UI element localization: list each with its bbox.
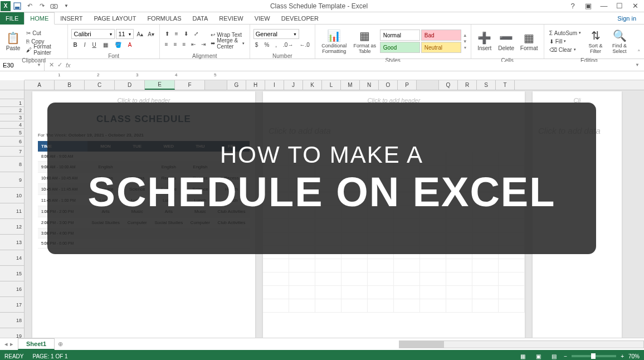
grid-cell[interactable]: [394, 286, 420, 299]
row-header-4[interactable]: 4: [0, 121, 24, 129]
tab-data[interactable]: DATA: [187, 12, 214, 25]
zoom-out-button[interactable]: −: [564, 353, 567, 359]
col-header-B[interactable]: B: [55, 80, 85, 90]
increase-indent-icon[interactable]: ⇥: [199, 40, 207, 48]
fx-icon[interactable]: fx: [66, 62, 71, 69]
grid-cell[interactable]: [420, 286, 446, 299]
col-header-S[interactable]: S: [477, 80, 496, 90]
col-header-O[interactable]: O: [379, 80, 398, 90]
grid-cell[interactable]: [315, 273, 341, 286]
increase-font-icon[interactable]: A▴: [135, 30, 145, 38]
grid-cell[interactable]: [341, 259, 368, 273]
expand-formula-icon[interactable]: ▼: [631, 62, 644, 67]
font-color-button[interactable]: A: [126, 41, 134, 49]
currency-icon[interactable]: $: [253, 41, 260, 49]
row-header-6[interactable]: 6: [0, 137, 24, 147]
insert-cells-button[interactable]: ➕Insert: [475, 26, 495, 57]
maximize-button[interactable]: ☐: [613, 1, 626, 12]
styles-more-icon[interactable]: ▾: [464, 45, 466, 50]
autosum-button[interactable]: ΣAutoSum▾: [548, 29, 583, 37]
help-button[interactable]: ?: [566, 1, 579, 12]
row-header-2[interactable]: 2: [0, 107, 24, 114]
view-page-layout-icon[interactable]: ▣: [533, 352, 544, 360]
grid-cell[interactable]: [368, 286, 394, 299]
row-header-5[interactable]: 5: [0, 129, 24, 137]
grid-cell[interactable]: [472, 286, 499, 299]
view-page-break-icon[interactable]: ▤: [548, 352, 559, 360]
add-sheet-button[interactable]: ⊕: [55, 340, 66, 348]
style-normal[interactable]: Normal: [380, 30, 420, 41]
formula-input[interactable]: [75, 62, 631, 69]
align-bottom-icon[interactable]: ⬇: [182, 30, 190, 38]
close-button[interactable]: ✕: [628, 1, 642, 12]
bold-button[interactable]: B: [71, 41, 79, 49]
collapse-ribbon-icon[interactable]: ˄: [634, 47, 644, 59]
sheet-tab-sheet1[interactable]: Sheet1: [18, 338, 55, 350]
grid-cell[interactable]: [499, 286, 525, 299]
col-header-gap[interactable]: [417, 80, 439, 90]
tab-formulas[interactable]: FORMULAS: [142, 12, 187, 25]
col-header-I[interactable]: I: [265, 80, 284, 90]
col-header-C[interactable]: C: [85, 80, 115, 90]
row-header-18[interactable]: 18: [0, 313, 24, 328]
col-header-H[interactable]: H: [246, 80, 265, 90]
align-left-icon[interactable]: ≡: [163, 40, 170, 48]
tab-developer[interactable]: DEVELOPER: [276, 12, 324, 25]
camera-icon[interactable]: [48, 1, 60, 12]
grid-cell[interactable]: [472, 273, 499, 286]
grid-cell[interactable]: [368, 299, 394, 313]
row-header-1[interactable]: 1: [0, 99, 24, 107]
increase-decimal-icon[interactable]: .0→: [281, 41, 295, 49]
grid-cell[interactable]: [315, 299, 341, 313]
col-header-D[interactable]: D: [115, 80, 145, 90]
fill-color-button[interactable]: 🪣: [113, 41, 123, 49]
row-header-19[interactable]: 19: [0, 328, 24, 338]
grid-cell[interactable]: [341, 286, 368, 299]
col-header-F[interactable]: F: [175, 80, 205, 90]
ribbon-display-icon[interactable]: ▣: [582, 1, 595, 12]
zoom-in-button[interactable]: +: [621, 353, 624, 359]
align-top-icon[interactable]: ⬆: [163, 30, 171, 38]
grid-cell[interactable]: [446, 286, 472, 299]
sort-filter-button[interactable]: ⇅Sort & Filter: [584, 26, 607, 57]
decrease-decimal-icon[interactable]: ←.0: [297, 41, 311, 49]
clear-button[interactable]: ⌫Clear▾: [548, 46, 583, 54]
grid-cell[interactable]: [341, 299, 368, 313]
grid-cell[interactable]: [315, 286, 341, 299]
zoom-slider[interactable]: [572, 355, 616, 357]
styles-scroll-up-icon[interactable]: ▲: [463, 33, 467, 38]
name-box[interactable]: E30▼: [0, 59, 45, 71]
col-header-K[interactable]: K: [303, 80, 322, 90]
row-header-16[interactable]: 16: [0, 281, 24, 297]
accept-formula-icon[interactable]: ✓: [57, 61, 62, 69]
col-header-J[interactable]: J: [284, 80, 303, 90]
tab-review[interactable]: REVIEW: [213, 12, 248, 25]
grid-cell[interactable]: [499, 259, 525, 273]
align-center-icon[interactable]: ≡: [172, 40, 179, 48]
orientation-icon[interactable]: ⤢: [192, 30, 200, 38]
horizontal-scrollbar[interactable]: [399, 340, 644, 348]
cut-button[interactable]: ✂Cut: [25, 29, 64, 37]
sheet-nav-last-icon[interactable]: ▸: [10, 340, 13, 348]
grid-cell[interactable]: [472, 299, 499, 313]
save-icon[interactable]: [12, 1, 23, 12]
row-header-14[interactable]: 14: [0, 250, 24, 266]
tab-file[interactable]: FILE: [0, 12, 24, 25]
grid-cell[interactable]: [315, 259, 341, 273]
grid-cell[interactable]: [499, 273, 525, 286]
undo-icon[interactable]: ↶: [24, 1, 35, 12]
col-header-Q[interactable]: Q: [439, 80, 458, 90]
col-header-G[interactable]: G: [227, 80, 246, 90]
col-header-P[interactable]: P: [398, 80, 417, 90]
sheet-nav-first-icon[interactable]: ◂: [4, 340, 8, 348]
find-select-button[interactable]: 🔍Find & Select: [608, 26, 631, 57]
row-header-10[interactable]: 10: [0, 188, 24, 203]
font-size-dropdown[interactable]: 11▼: [116, 29, 134, 39]
grid-cell[interactable]: [289, 273, 315, 286]
grid-cell[interactable]: [263, 286, 289, 299]
fill-button[interactable]: ⬇Fill▾: [548, 37, 583, 46]
grid-cell[interactable]: [420, 259, 446, 273]
grid-cell[interactable]: [341, 273, 368, 286]
font-name-dropdown[interactable]: Calibri▼: [71, 29, 115, 39]
grid-cell[interactable]: [289, 259, 315, 273]
